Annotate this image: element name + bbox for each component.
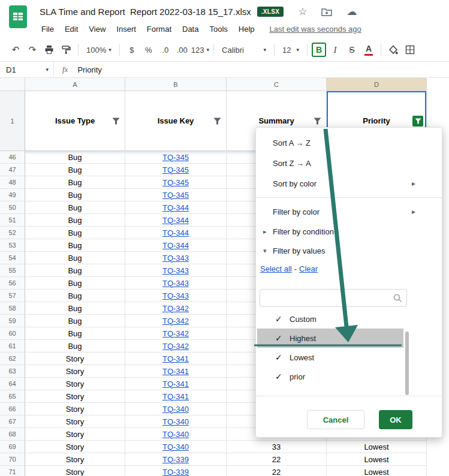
row-number[interactable]: 59	[0, 315, 25, 327]
cell-priority[interactable]: Lowest	[327, 441, 427, 453]
cell-issue-type[interactable]: Story	[25, 453, 125, 466]
cell-issue-type[interactable]: Bug	[25, 277, 125, 290]
menu-item-sort-a-z[interactable]: Sort A → Z	[256, 132, 442, 153]
cell-issue-key[interactable]: TQ-340	[125, 415, 227, 428]
row-number[interactable]: 50	[0, 201, 25, 214]
cell-issue-key[interactable]: TQ-341	[125, 353, 227, 365]
menu-item-filter-by-values[interactable]: ▾ Filter by values	[256, 241, 442, 260]
row-number[interactable]: 49	[0, 189, 25, 201]
name-box[interactable]: D1 ▾	[0, 62, 54, 77]
ok-button[interactable]: OK	[379, 410, 412, 429]
issue-key-link[interactable]: TQ-342	[162, 317, 189, 326]
cell-issue-type[interactable]: Story	[25, 403, 125, 415]
cell-priority[interactable]: Lowest	[327, 466, 427, 476]
cell-issue-key[interactable]: TQ-341	[125, 390, 227, 403]
cell-issue-type[interactable]: Story	[25, 390, 125, 403]
cell-issue-key[interactable]: TQ-340	[125, 428, 227, 441]
row-number[interactable]: 54	[0, 252, 25, 264]
cell-issue-type[interactable]: Story	[25, 415, 125, 428]
row-number[interactable]: 48	[0, 176, 25, 189]
menu-insert[interactable]: Insert	[111, 23, 141, 35]
menu-item-filter-by-color[interactable]: Filter by color ▸	[256, 201, 442, 222]
sheets-logo-icon[interactable]	[8, 5, 28, 31]
issue-key-link[interactable]: TQ-342	[162, 329, 189, 338]
issue-key-link[interactable]: TQ-344	[162, 203, 189, 212]
cell-issue-key[interactable]: TQ-344	[125, 214, 227, 227]
text-color-button[interactable]: A	[361, 42, 376, 58]
cell-issue-key[interactable]: TQ-345	[125, 151, 227, 164]
issue-key-link[interactable]: TQ-344	[162, 241, 189, 250]
cell-issue-type[interactable]: Bug	[25, 239, 125, 252]
row-number[interactable]: 51	[0, 214, 25, 227]
cell-issue-type[interactable]: Story	[25, 365, 125, 378]
issue-key-link[interactable]: TQ-340	[162, 405, 189, 414]
row-number[interactable]: 58	[0, 302, 25, 315]
cell-issue-key[interactable]: TQ-341	[125, 365, 227, 378]
cell-issue-key[interactable]: TQ-342	[125, 315, 227, 327]
cell-issue-type[interactable]: Bug	[25, 315, 125, 327]
filter-value-option[interactable]: ✓ Lowest	[257, 348, 403, 367]
list-scrollbar[interactable]	[405, 332, 409, 395]
undo-button[interactable]: ↶	[8, 42, 23, 58]
menu-view[interactable]: View	[83, 23, 111, 35]
row-number[interactable]: 52	[0, 227, 25, 239]
cell-issue-type[interactable]: Bug	[25, 290, 125, 302]
paint-format-button[interactable]	[58, 42, 74, 58]
cell-issue-type[interactable]: Story	[25, 353, 125, 365]
column-header-d[interactable]: D	[327, 78, 427, 91]
issue-key-link[interactable]: TQ-339	[162, 455, 189, 464]
row-number[interactable]: 66	[0, 403, 25, 415]
menu-item-sort-z-a[interactable]: Sort Z → A	[256, 153, 442, 173]
cell-issue-key[interactable]: TQ-341	[125, 378, 227, 390]
cell-issue-type[interactable]: Bug	[25, 151, 125, 164]
row-number[interactable]: 55	[0, 264, 25, 277]
issue-key-link[interactable]: TQ-345	[162, 178, 189, 187]
cell-issue-key[interactable]: TQ-343	[125, 290, 227, 302]
select-all-link[interactable]: Select all	[260, 264, 292, 273]
cell-issue-type[interactable]: Bug	[25, 164, 125, 176]
cell-issue-type[interactable]: Bug	[25, 340, 125, 353]
more-formats-button[interactable]: 123 ▾	[191, 42, 209, 58]
issue-key-link[interactable]: TQ-342	[162, 342, 189, 351]
row-number[interactable]: 69	[0, 441, 25, 453]
cell-issue-type[interactable]: Bug	[25, 302, 125, 315]
cell-issue-key[interactable]: TQ-343	[125, 277, 227, 290]
last-edit-link[interactable]: Last edit was seconds ago	[270, 25, 361, 34]
cell-issue-type[interactable]: Story	[25, 428, 125, 441]
column-header-c[interactable]: C	[227, 78, 327, 91]
font-family-select[interactable]: Calibri ▾	[218, 42, 270, 58]
row-number[interactable]: 64	[0, 378, 25, 390]
issue-key-link[interactable]: TQ-340	[162, 442, 189, 451]
menu-edit[interactable]: Edit	[59, 23, 83, 35]
issue-key-link[interactable]: TQ-341	[162, 367, 189, 376]
column-header-b[interactable]: B	[125, 78, 227, 91]
cell-issue-key[interactable]: TQ-343	[125, 264, 227, 277]
filter-search-input[interactable]	[260, 290, 406, 306]
issue-key-link[interactable]: TQ-341	[162, 354, 189, 363]
document-title[interactable]: SLA Time and Report Report 2022-03-18 15…	[40, 7, 251, 17]
issue-key-link[interactable]: TQ-345	[162, 165, 189, 174]
bold-button[interactable]: B	[312, 43, 326, 57]
row-number[interactable]: 67	[0, 415, 25, 428]
italic-button[interactable]: I	[327, 42, 343, 58]
row-number[interactable]: 71	[0, 466, 25, 476]
zoom-select[interactable]: 100% ▾	[83, 42, 115, 58]
cell-summary[interactable]: 22	[227, 466, 327, 476]
format-percent-button[interactable]: %	[141, 42, 156, 58]
filter-value-option[interactable]: ✓ prior	[257, 367, 403, 386]
font-size-select[interactable]: 12 ▾	[279, 42, 303, 58]
clear-link[interactable]: Clear	[299, 264, 318, 273]
filter-funnel-icon[interactable]	[112, 118, 120, 125]
cell-issue-key[interactable]: TQ-340	[125, 403, 227, 415]
row-number[interactable]: 61	[0, 340, 25, 353]
row-number[interactable]: 60	[0, 327, 25, 340]
filter-funnel-icon[interactable]	[314, 118, 321, 125]
issue-key-link[interactable]: TQ-340	[162, 430, 189, 439]
cell-issue-type[interactable]: Bug	[25, 252, 125, 264]
cell-issue-key[interactable]: TQ-339	[125, 453, 227, 466]
menu-data[interactable]: Data	[177, 23, 204, 35]
strikethrough-button[interactable]: S	[344, 42, 360, 58]
cell-issue-key[interactable]: TQ-340	[125, 441, 227, 453]
fill-color-button[interactable]	[385, 42, 401, 58]
cell-issue-key[interactable]: TQ-345	[125, 176, 227, 189]
